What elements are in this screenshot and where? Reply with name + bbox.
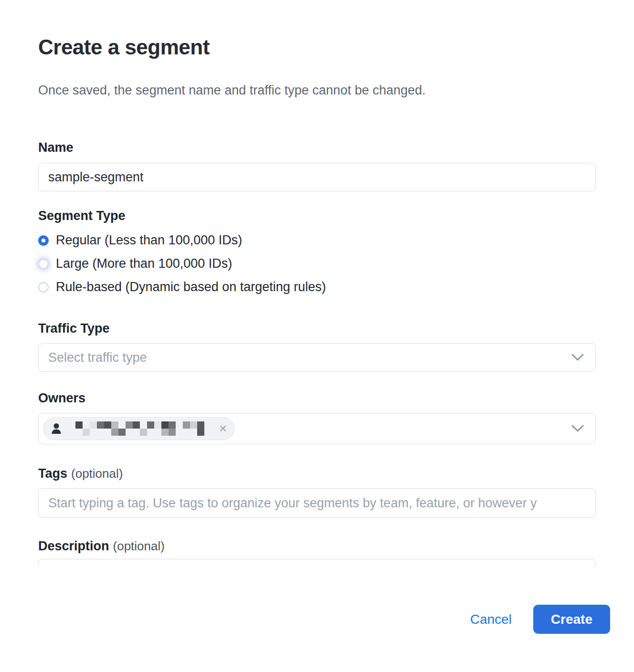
radio-option-large[interactable]: Large (More than 100,000 IDs) xyxy=(38,252,596,275)
tags-label-text: Tags xyxy=(38,466,67,481)
radio-option-label: Rule-based (Dynamic based on targeting r… xyxy=(56,280,326,294)
segment-type-label: Segment Type xyxy=(38,209,596,223)
description-optional-suffix: (optional) xyxy=(113,539,165,553)
tags-input[interactable] xyxy=(38,488,596,518)
tags-label: Tags(optional) xyxy=(38,466,596,481)
create-button[interactable]: Create xyxy=(533,605,610,634)
radio-button-icon[interactable] xyxy=(38,259,49,269)
traffic-type-label: Traffic Type xyxy=(38,321,596,336)
close-icon[interactable]: × xyxy=(219,422,227,435)
person-icon xyxy=(51,422,62,435)
traffic-type-select[interactable]: Select traffic type xyxy=(38,343,596,372)
name-input[interactable] xyxy=(38,163,596,191)
radio-option-label: Large (More than 100,000 IDs) xyxy=(56,256,232,271)
chevron-down-icon xyxy=(571,354,584,361)
page-title: Create a segment xyxy=(38,34,596,60)
owner-chip: × xyxy=(43,417,235,440)
chevron-down-icon xyxy=(571,425,584,432)
radio-button-icon[interactable] xyxy=(38,235,49,246)
dialog-footer: Cancel Create xyxy=(38,605,610,634)
radio-button-icon[interactable] xyxy=(38,282,49,293)
redacted-owner-text xyxy=(68,421,211,436)
name-label: Name xyxy=(38,140,596,155)
segment-type-radio-group: Regular (Less than 100,000 IDs) Large (M… xyxy=(38,229,596,299)
description-textarea[interactable] xyxy=(38,559,596,567)
radio-option-rule-based[interactable]: Rule-based (Dynamic based on targeting r… xyxy=(38,275,596,299)
description-label-text: Description xyxy=(38,539,109,553)
description-label: Description(optional) xyxy=(38,539,596,553)
dialog-subtitle: Once saved, the segment name and traffic… xyxy=(38,82,596,98)
traffic-type-placeholder: Select traffic type xyxy=(48,350,147,365)
tags-optional-suffix: (optional) xyxy=(71,466,123,481)
owners-label: Owners xyxy=(38,391,596,405)
radio-option-label: Regular (Less than 100,000 IDs) xyxy=(56,233,242,248)
create-segment-dialog: Create a segment Once saved, the segment… xyxy=(0,0,634,672)
radio-option-regular[interactable]: Regular (Less than 100,000 IDs) xyxy=(38,229,596,252)
owners-select[interactable]: × xyxy=(38,413,596,444)
cancel-button[interactable]: Cancel xyxy=(470,612,512,627)
